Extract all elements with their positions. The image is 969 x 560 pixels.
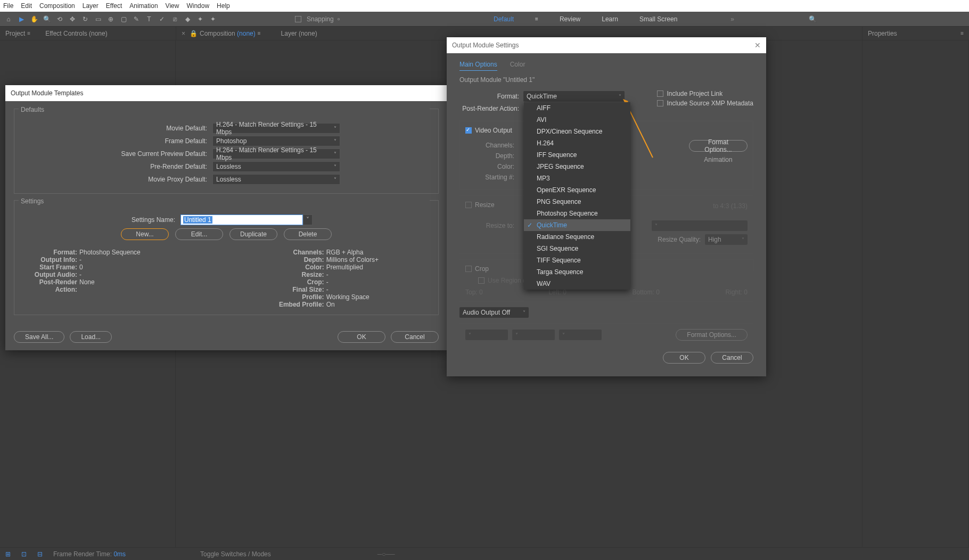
tab-effect-controls[interactable]: Effect Controls (none) (45, 30, 108, 37)
status-icon-2[interactable]: ⊡ (21, 550, 27, 558)
tab-main-options[interactable]: Main Options (459, 61, 497, 71)
load-button[interactable]: Load... (70, 331, 112, 343)
selection-tool-icon[interactable]: ▶ (16, 14, 27, 24)
anchor-tool-icon[interactable]: ⊕ (105, 14, 116, 24)
roto-tool-icon[interactable]: ✦ (195, 14, 206, 24)
close-tab-icon[interactable]: × (182, 30, 185, 37)
brush-tool-icon[interactable]: ✓ (157, 14, 167, 24)
default-select[interactable]: Lossless (212, 174, 340, 185)
delete-button[interactable]: Delete (284, 228, 332, 240)
format-option[interactable]: OpenEXR Sequence (524, 184, 630, 196)
menu-view[interactable]: View (166, 2, 179, 10)
format-option[interactable]: WAV (524, 278, 630, 290)
workspace-overflow-icon[interactable]: » (730, 15, 734, 23)
resize-quality-select[interactable]: High (705, 234, 748, 245)
snapping-toggle[interactable]: Snapping ⚬ (295, 15, 341, 23)
tab-project-menu-icon[interactable]: ≡ (27, 30, 30, 36)
menu-help[interactable]: Help (217, 2, 230, 10)
format-option[interactable]: MP3 (524, 172, 630, 184)
status-icon-3[interactable]: ⊟ (37, 550, 43, 558)
workspace-default-menu-icon[interactable]: ≡ (535, 16, 538, 22)
format-option[interactable]: IFF Sequence (524, 149, 630, 161)
settings-cancel-button[interactable]: Cancel (711, 352, 753, 364)
camera-tool-icon[interactable]: ▭ (93, 14, 103, 24)
tab-composition[interactable]: Composition (none) (200, 30, 256, 37)
rotation-tool-icon[interactable]: ↻ (80, 14, 91, 24)
menu-edit[interactable]: Edit (21, 2, 32, 10)
format-option[interactable]: QuickTime (524, 219, 630, 231)
tab-properties[interactable]: Properties ≡ (863, 27, 969, 40)
format-option[interactable]: DPX/Cineon Sequence (524, 126, 630, 137)
home-icon[interactable]: ⌂ (3, 14, 14, 24)
tab-layer[interactable]: Layer (none) (281, 30, 317, 37)
workspace-default[interactable]: Default (494, 15, 514, 23)
tab-comp-menu-icon[interactable]: ≡ (258, 30, 261, 36)
type-tool-icon[interactable]: T (144, 14, 154, 24)
format-options-button[interactable]: Format Options... (689, 140, 748, 152)
tab-project[interactable]: Project (5, 30, 25, 37)
include-xmp-checkbox[interactable]: Include Source XMP Metadata (657, 100, 753, 107)
default-select[interactable]: Lossless (212, 161, 340, 172)
format-dropdown-list[interactable]: AIFFAVIDPX/Cineon SequenceH.264IFF Seque… (524, 102, 630, 290)
snapping-checkbox-icon[interactable] (295, 16, 301, 22)
menu-effect[interactable]: Effect (106, 2, 122, 10)
pan-tool-icon[interactable]: ✥ (67, 14, 78, 24)
templates-cancel-button[interactable]: Cancel (391, 331, 439, 343)
format-option[interactable]: PNG Sequence (524, 196, 630, 208)
format-option[interactable]: Radiance Sequence (524, 231, 630, 243)
rectangle-tool-icon[interactable]: ▢ (118, 14, 129, 24)
format-option[interactable]: JPEG Sequence (524, 161, 630, 172)
zoom-tool-icon[interactable]: 🔍 (42, 14, 52, 24)
edit-button[interactable]: Edit... (175, 228, 223, 240)
save-all-button[interactable]: Save All... (14, 331, 64, 343)
dialog2-titlebar[interactable]: Output Module Settings ✕ (447, 37, 766, 53)
audio-depth-select[interactable] (512, 330, 555, 340)
dialog1-titlebar[interactable]: Output Module Templates (5, 85, 447, 101)
close-icon[interactable]: ✕ (754, 41, 761, 50)
default-select[interactable]: H.264 - Match Render Settings - 15 Mbps (212, 123, 340, 134)
format-option[interactable]: SGI Sequence (524, 243, 630, 254)
menu-layer[interactable]: Layer (83, 2, 98, 10)
lock-icon[interactable]: 🔒 (190, 30, 198, 37)
orbit-tool-icon[interactable]: ⟲ (54, 14, 65, 24)
tab-color[interactable]: Color (510, 61, 525, 71)
format-option[interactable]: Photoshop Sequence (524, 208, 630, 219)
hand-tool-icon[interactable]: ✋ (29, 14, 39, 24)
menu-window[interactable]: Window (186, 2, 209, 10)
clone-tool-icon[interactable]: ⎚ (169, 14, 180, 24)
audio-output-select[interactable]: Audio Output Off (459, 307, 529, 318)
settings-name-input[interactable]: Untitled 1 (180, 215, 313, 225)
puppet-tool-icon[interactable]: ✦ (208, 14, 218, 24)
search-icon[interactable]: 🔍 (809, 15, 817, 23)
format-option[interactable]: TIFF Sequence (524, 254, 630, 266)
tab-properties-menu-icon[interactable]: ≡ (960, 30, 964, 36)
format-select[interactable]: QuickTime (523, 91, 625, 102)
timeline-marker-icon[interactable]: ─○── (377, 550, 395, 558)
duplicate-button[interactable]: Duplicate (229, 228, 277, 240)
menu-animation[interactable]: Animation (129, 2, 158, 10)
eraser-tool-icon[interactable]: ◆ (182, 14, 193, 24)
workspace-small-screen[interactable]: Small Screen (639, 15, 677, 23)
format-option[interactable]: AVI (524, 114, 630, 126)
menubar[interactable]: File Edit Composition Layer Effect Anima… (0, 0, 969, 12)
audio-channels-select[interactable] (559, 330, 602, 340)
audio-format-options-button[interactable]: Format Options... (676, 329, 748, 341)
default-select[interactable]: Photoshop (212, 136, 340, 146)
toggle-switches-label[interactable]: Toggle Switches / Modes (200, 550, 271, 558)
menu-file[interactable]: File (3, 2, 13, 10)
format-option[interactable]: Targa Sequence (524, 266, 630, 278)
audio-rate-select[interactable] (465, 330, 508, 340)
workspace-review[interactable]: Review (560, 15, 580, 23)
default-select[interactable]: H.264 - Match Render Settings - 15 Mbps (212, 149, 340, 159)
format-option[interactable]: H.264 (524, 137, 630, 149)
pen-tool-icon[interactable]: ✎ (131, 14, 142, 24)
new-button[interactable]: New... (121, 228, 169, 240)
menu-composition[interactable]: Composition (39, 2, 75, 10)
workspace-learn[interactable]: Learn (602, 15, 618, 23)
settings-ok-button[interactable]: OK (663, 352, 705, 364)
templates-ok-button[interactable]: OK (338, 331, 385, 343)
resize-preset-select[interactable] (652, 220, 748, 231)
format-option[interactable]: AIFF (524, 102, 630, 114)
status-icon-1[interactable]: ⊞ (5, 550, 11, 558)
include-project-link-checkbox[interactable]: Include Project Link (657, 90, 753, 97)
